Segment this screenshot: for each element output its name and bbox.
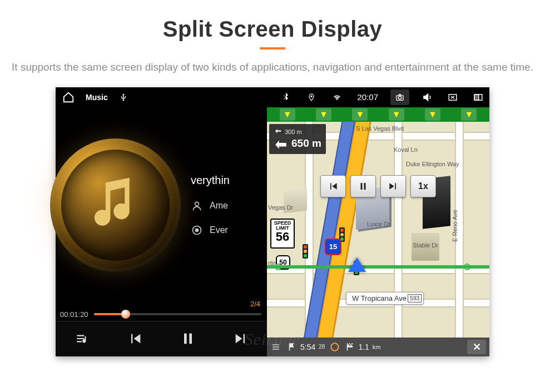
- svg-rect-12: [364, 183, 366, 190]
- interstate-shield: 15: [325, 239, 341, 255]
- svg-rect-18: [350, 343, 351, 344]
- svg-point-2: [398, 96, 401, 99]
- split-screen-icon[interactable]: [470, 90, 486, 105]
- location-icon: [304, 90, 319, 105]
- download-slot-icon[interactable]: ▼: [461, 108, 477, 121]
- home-icon[interactable]: [62, 91, 75, 103]
- hint-secondary-distance: 300 m: [285, 128, 302, 135]
- album-art-disc: [50, 138, 181, 272]
- street-label: E Reno Ave: [452, 210, 458, 242]
- sim-controls: 1x: [320, 175, 436, 197]
- next-track-button[interactable]: [229, 327, 252, 350]
- street-label: Luxor Dr: [367, 221, 390, 227]
- artist-name: Ame: [210, 201, 228, 211]
- street-label: Stable Dr: [413, 242, 438, 249]
- wifi-icon: [329, 90, 345, 105]
- svg-rect-14: [272, 346, 279, 347]
- svg-rect-17: [348, 343, 349, 344]
- statusbar-time: 20:07: [357, 92, 378, 102]
- progress-row: 00:01:20: [56, 308, 267, 321]
- svg-rect-15: [272, 349, 279, 349]
- sim-prev-button[interactable]: [320, 175, 346, 197]
- turn-icon: [274, 127, 283, 136]
- track-title-row: verythin: [191, 174, 267, 187]
- disc-icon: [191, 225, 203, 236]
- nav-bottom-bar: 5:54 28 1.1 km ✕: [267, 338, 489, 356]
- music-controls: [56, 321, 267, 356]
- remaining-unit: km: [373, 344, 381, 350]
- download-slot-icon[interactable]: ▼: [389, 108, 404, 121]
- current-street-name: W Tropicana Ave: [352, 294, 407, 302]
- sim-speed-button[interactable]: 1x: [410, 175, 436, 197]
- download-slot-icon[interactable]: ▼: [425, 108, 440, 121]
- street-label: Koval Ln: [394, 146, 418, 153]
- music-note-icon: [90, 176, 140, 232]
- svg-point-8: [195, 229, 198, 232]
- navigation-panel: ▼ ▼ ▼ ▼ ▼ ▼: [267, 107, 489, 356]
- speed-warn-item: [330, 343, 339, 351]
- speed-limit-sign: SPEED LIMIT 56: [270, 219, 295, 249]
- prev-track-button[interactable]: [123, 327, 147, 350]
- download-slot-icon[interactable]: ▼: [280, 108, 295, 121]
- warning-icon: [330, 343, 339, 351]
- eta-value: 5:54: [300, 343, 315, 351]
- eta-item: 5:54 28: [287, 342, 325, 352]
- map-canvas[interactable]: S Las Vegas Blvd Koval Ln Duke Ellington…: [267, 122, 489, 338]
- status-bar: Music 20:07: [56, 87, 489, 107]
- download-slot-icon[interactable]: ▼: [316, 108, 331, 121]
- svg-point-0: [311, 96, 312, 97]
- remaining-distance: 1.1: [358, 343, 369, 351]
- album-row: Ever: [191, 225, 267, 236]
- person-icon: [191, 200, 203, 211]
- speed-limit-value: 56: [271, 230, 294, 244]
- svg-rect-10: [189, 334, 192, 344]
- device-screenshot: Music 20:07: [56, 87, 489, 356]
- bluetooth-icon: [278, 90, 294, 105]
- street-label: Duke Ellington Way: [406, 161, 459, 167]
- music-panel: verythin Ame Ever: [56, 107, 267, 356]
- sim-next-button[interactable]: [380, 175, 406, 197]
- svg-rect-11: [361, 183, 363, 190]
- svg-rect-13: [272, 344, 279, 345]
- svg-rect-19: [349, 344, 350, 345]
- nav-download-bar: ▼ ▼ ▼ ▼ ▼ ▼: [267, 107, 489, 122]
- pause-button[interactable]: [176, 327, 200, 350]
- svg-rect-5: [474, 94, 479, 100]
- menu-icon[interactable]: [270, 343, 281, 351]
- elapsed-time: 00:01:20: [60, 310, 88, 319]
- eta-suffix: 28: [319, 344, 325, 350]
- svg-rect-20: [351, 344, 353, 345]
- checkered-flag-icon: [345, 342, 355, 352]
- flag-icon: [287, 342, 297, 352]
- close-app-icon[interactable]: [445, 90, 460, 105]
- street-label: S Las Vegas Blvd: [356, 125, 404, 132]
- progress-bar[interactable]: [94, 313, 261, 315]
- camera-icon[interactable]: [390, 90, 409, 105]
- track-title: verythin: [191, 174, 230, 187]
- hint-primary-distance: 650 m: [291, 137, 321, 150]
- svg-rect-9: [184, 334, 187, 344]
- page-subtitle: It supports the same screen display of t…: [11, 59, 534, 75]
- usb-icon: [119, 92, 128, 103]
- sim-pause-button[interactable]: [350, 175, 376, 197]
- turn-left-icon: [274, 136, 288, 151]
- statusbar-app-title: Music: [86, 93, 108, 102]
- volume-icon[interactable]: [419, 90, 435, 105]
- svg-point-6: [195, 202, 199, 206]
- title-underline: [260, 47, 285, 49]
- distance-item: 1.1 km: [345, 342, 380, 352]
- album-name: Ever: [210, 225, 228, 235]
- turn-hint-box: 300 m 650 m: [269, 124, 326, 154]
- artist-row: Ame: [191, 200, 267, 211]
- nav-close-button[interactable]: ✕: [467, 340, 486, 354]
- svg-point-16: [331, 343, 339, 350]
- current-street-tag: 593: [408, 294, 422, 302]
- traffic-light-icon: [303, 244, 308, 259]
- page-title: Split Screen Display: [0, 17, 545, 42]
- vehicle-position-icon: [348, 257, 366, 272]
- playlist-button[interactable]: [71, 327, 94, 350]
- street-label: Vegas Dr: [268, 204, 293, 211]
- download-slot-icon[interactable]: ▼: [352, 108, 368, 121]
- current-street-pill: W Tropicana Ave 593: [346, 292, 424, 305]
